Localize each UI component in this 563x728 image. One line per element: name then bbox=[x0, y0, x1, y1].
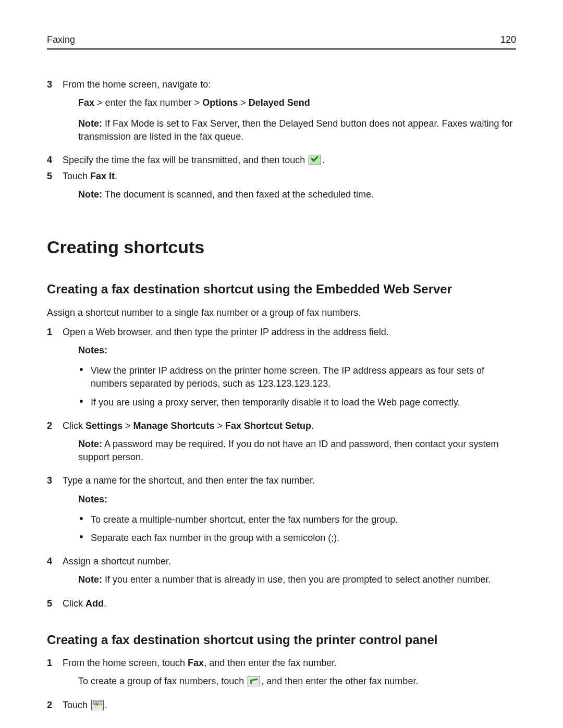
ews-step-2: 2 Click Settings > Manage Shortcuts > Fa… bbox=[47, 419, 516, 472]
checkmark-icon bbox=[309, 155, 321, 165]
note-label: Note: bbox=[78, 574, 102, 585]
step-text: Open a Web browser, and then type the pr… bbox=[63, 327, 389, 337]
step-number: 4 bbox=[47, 154, 58, 167]
step-text-after: . bbox=[105, 700, 107, 710]
step-number: 5 bbox=[47, 170, 58, 183]
step-text: Specify the time the fax will be transmi… bbox=[63, 155, 308, 165]
step-number: 3 bbox=[47, 78, 58, 91]
step-number: 2 bbox=[47, 699, 58, 712]
cp-step-2: 2 Touch Save As Shortcut. bbox=[47, 699, 516, 712]
fax-bold: Fax bbox=[188, 658, 204, 668]
list-item: View the printer IP address on the print… bbox=[78, 364, 516, 390]
cp-step-1: 1 From the home screen, touch Fax, and t… bbox=[47, 657, 516, 695]
list-item: If you are using a proxy server, then te… bbox=[78, 396, 516, 409]
breadcrumb-line: Fax > enter the fax number > Options > D… bbox=[78, 96, 516, 109]
step-text: From the home screen, navigate to: bbox=[63, 79, 211, 90]
note-text: If you enter a number that is already in… bbox=[102, 574, 491, 585]
step-number: 1 bbox=[47, 326, 58, 339]
step-number: 3 bbox=[47, 474, 58, 487]
section-intro: Assign a shortcut number to a single fax… bbox=[47, 306, 516, 319]
step-number: 4 bbox=[47, 555, 58, 568]
step-text: Type a name for the shortcut, and then e… bbox=[63, 475, 315, 486]
step-body: Touch Save As Shortcut. bbox=[63, 699, 516, 712]
breadcrumb-sep: > bbox=[238, 97, 249, 108]
header-page-number: 120 bbox=[500, 33, 516, 46]
heading-ews-shortcut: Creating a fax destination shortcut usin… bbox=[47, 280, 516, 298]
indent-text-after: , and then enter the other fax number. bbox=[261, 676, 418, 686]
note-text: If Fax Mode is set to Fax Server, then t… bbox=[78, 118, 512, 142]
step-4: 4 Specify the time the fax will be trans… bbox=[47, 154, 516, 167]
step-text-after: , and then enter the fax number. bbox=[204, 658, 337, 668]
step-body: Specify the time the fax will be transmi… bbox=[63, 154, 516, 167]
breadcrumb-fax: Fax bbox=[78, 97, 94, 108]
step-body: From the home screen, navigate to: Fax >… bbox=[63, 78, 516, 151]
step-text-after: . bbox=[115, 171, 117, 181]
settings-bold: Settings bbox=[85, 421, 123, 431]
header-section-name: Faxing bbox=[47, 33, 75, 46]
notes-label: Notes: bbox=[78, 344, 516, 357]
note-label: Note: bbox=[78, 439, 102, 449]
note-text: A password may be required. If you do no… bbox=[78, 439, 498, 462]
bullet-list: View the printer IP address on the print… bbox=[63, 364, 516, 409]
add-bold: Add bbox=[85, 598, 104, 609]
ews-step-3: 3 Type a name for the shortcut, and then… bbox=[47, 474, 516, 552]
step-text: Assign a shortcut number. bbox=[63, 556, 171, 566]
sep: > bbox=[215, 421, 226, 431]
step-body: From the home screen, touch Fax, and the… bbox=[63, 657, 516, 695]
list-item: To create a multiple‑number shortcut, en… bbox=[78, 513, 516, 526]
fax-it-bold: Fax It bbox=[90, 171, 115, 181]
note-label: Note: bbox=[78, 118, 102, 129]
breadcrumb-delayed-send: Delayed Send bbox=[249, 97, 310, 108]
step-body: Type a name for the shortcut, and then e… bbox=[63, 474, 516, 552]
bullet-list: To create a multiple‑number shortcut, en… bbox=[63, 513, 516, 545]
step-body: Click Add. bbox=[63, 597, 516, 610]
step-text: From the home screen, touch bbox=[63, 658, 188, 668]
step-body: Touch Fax It. Note: The document is scan… bbox=[63, 170, 516, 208]
sep: > bbox=[123, 421, 133, 431]
fax-shortcut-setup-bold: Fax Shortcut Setup bbox=[225, 421, 311, 431]
step-3: 3 From the home screen, navigate to: Fax… bbox=[47, 78, 516, 151]
step-text: Touch bbox=[63, 171, 90, 181]
ews-step-1: 1 Open a Web browser, and then type the … bbox=[47, 326, 516, 416]
manage-shortcuts-bold: Manage Shortcuts bbox=[133, 421, 215, 431]
note-block: Note: If Fax Mode is set to Fax Server, … bbox=[78, 117, 516, 143]
note-text: The document is scanned, and then faxed … bbox=[102, 189, 374, 200]
step-text-after: . bbox=[311, 421, 314, 431]
ews-step-5: 5 Click Add. bbox=[47, 597, 516, 610]
step-text-after: . bbox=[322, 155, 325, 165]
step-number: 2 bbox=[47, 419, 58, 433]
ews-step-4: 4 Assign a shortcut number. Note: If you… bbox=[47, 555, 516, 594]
breadcrumb-text: > enter the fax number > bbox=[94, 97, 202, 108]
list-item: Separate each fax number in the group wi… bbox=[78, 532, 516, 545]
step-number: 1 bbox=[47, 657, 58, 670]
step-5: 5 Touch Fax It. Note: The document is sc… bbox=[47, 170, 516, 208]
note-block: Note: If you enter a number that is alre… bbox=[78, 573, 516, 586]
note-label: Note: bbox=[78, 189, 102, 200]
heading-creating-shortcuts: Creating shortcuts bbox=[47, 235, 516, 260]
indent-text: To create a group of fax numbers, touch bbox=[78, 676, 247, 686]
notes-label: Notes: bbox=[78, 493, 516, 506]
note-block: Note: A password may be required. If you… bbox=[78, 438, 516, 464]
breadcrumb-options: Options bbox=[202, 97, 238, 108]
step-body: Click Settings > Manage Shortcuts > Fax … bbox=[63, 419, 516, 472]
indent-line: To create a group of fax numbers, touch … bbox=[78, 675, 516, 688]
step-body: Open a Web browser, and then type the pr… bbox=[63, 326, 516, 416]
step-text: Touch bbox=[63, 700, 90, 710]
step-text: Click bbox=[63, 598, 85, 609]
page: Faxing 120 3 From the home screen, navig… bbox=[0, 0, 563, 728]
step-number: 5 bbox=[47, 597, 58, 610]
next-number-icon bbox=[248, 676, 260, 686]
step-text: Click bbox=[63, 421, 85, 431]
step-text-after: . bbox=[104, 598, 106, 609]
page-header: Faxing 120 bbox=[47, 33, 516, 50]
note-block: Note: The document is scanned, and then … bbox=[78, 188, 516, 201]
heading-control-panel-shortcut: Creating a fax destination shortcut usin… bbox=[47, 631, 516, 649]
step-body: Assign a shortcut number. Note: If you e… bbox=[63, 555, 516, 594]
save-as-shortcut-icon: Save As Shortcut bbox=[91, 700, 104, 710]
